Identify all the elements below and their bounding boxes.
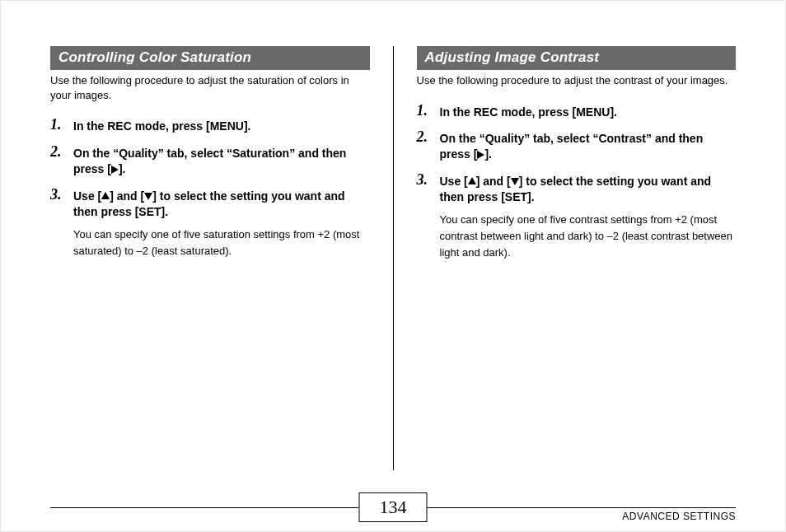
left-step-2: On the “Quality” tab, select “Saturation… (50, 146, 370, 177)
arrow-right-icon (111, 166, 119, 174)
right-step-3-body: Use [] and [] to select the setting you … (440, 174, 737, 205)
right-step-3-mid: ] and [ (476, 175, 511, 188)
page: Controlling Color Saturation Use the fol… (0, 0, 786, 532)
right-intro: Use the following procedure to adjust th… (417, 73, 737, 88)
left-section-title: Controlling Color Saturation (50, 46, 370, 70)
right-step-3: Use [] and [] to select the setting you … (417, 174, 737, 261)
left-step-1: In the REC mode, press [MENU]. (50, 119, 370, 134)
right-step-1-body: In the REC mode, press [MENU]. (440, 105, 737, 120)
left-step-3-mid: ] and [ (110, 189, 144, 203)
left-column: Controlling Color Saturation Use the fol… (50, 46, 393, 470)
page-number: 134 (359, 492, 428, 522)
left-steps-list: In the REC mode, press [MENU]. On the “Q… (50, 119, 370, 259)
arrow-down-icon (511, 178, 519, 185)
right-step-3-pre: Use [ (440, 175, 468, 188)
right-step-2-post: ]. (484, 147, 492, 161)
arrow-down-icon (144, 193, 152, 200)
right-step-3-note: You can specify one of five contrast set… (440, 212, 737, 261)
arrow-up-icon (101, 192, 110, 199)
right-section-title: Adjusting Image Contrast (417, 46, 737, 70)
left-step-2-post: ]. (119, 162, 126, 175)
left-intro: Use the following procedure to adjust th… (50, 73, 370, 102)
right-step-2-body: On the “Quality” tab, select “Contrast” … (440, 131, 737, 162)
left-step-3-note: You can specify one of five saturation s… (73, 226, 370, 259)
arrow-up-icon (468, 177, 476, 184)
columns: Controlling Color Saturation Use the fol… (50, 46, 736, 470)
right-column: Adjusting Image Contrast Use the followi… (394, 46, 737, 470)
left-step-2-body: On the “Quality” tab, select “Saturation… (73, 146, 370, 177)
footer-label: ADVANCED SETTINGS (622, 511, 736, 522)
left-step-3-body: Use [] and [] to select the setting you … (73, 189, 370, 220)
right-step-2: On the “Quality” tab, select “Contrast” … (417, 131, 737, 162)
left-step-3-pre: Use [ (73, 189, 101, 203)
footer: 134 ADVANCED SETTINGS (50, 507, 736, 508)
right-step-1: In the REC mode, press [MENU]. (417, 105, 737, 120)
left-step-3: Use [] and [] to select the setting you … (50, 189, 370, 259)
left-step-1-body: In the REC mode, press [MENU]. (73, 119, 370, 134)
right-steps-list: In the REC mode, press [MENU]. On the “Q… (417, 105, 737, 262)
